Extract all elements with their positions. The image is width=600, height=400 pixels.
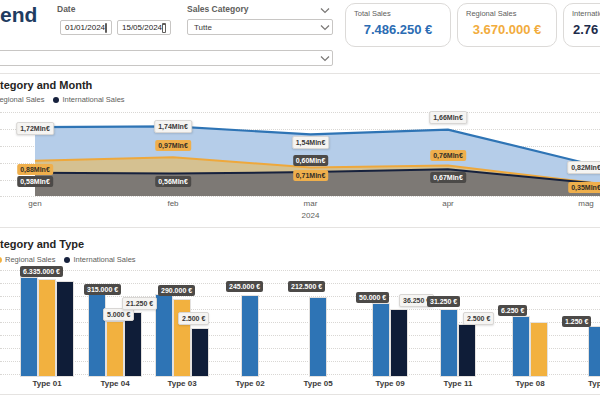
bar-international-sales[interactable] bbox=[459, 325, 475, 376]
kpi-label: Total Sales bbox=[346, 4, 450, 18]
legend-dot bbox=[53, 97, 59, 103]
area-series-label-international-sales: 0,60Mln€ bbox=[293, 155, 329, 166]
legend-item-international-sales[interactable]: International Sales bbox=[53, 95, 124, 104]
bar-total-sales[interactable] bbox=[89, 294, 105, 376]
area-series-label-total-sales: 1,74Mln€ bbox=[154, 120, 192, 133]
kpi-label: International Sales bbox=[564, 4, 600, 18]
gridline bbox=[0, 196, 600, 197]
bar-value-label: 6.250 € bbox=[498, 305, 527, 316]
bar-total-sales[interactable] bbox=[441, 310, 457, 376]
sales-category-dropdown[interactable]: Tutte bbox=[187, 19, 333, 35]
type-label: Type 02 bbox=[235, 379, 264, 388]
date-from-input[interactable]: 01/01/2024 bbox=[60, 20, 112, 35]
area-series-label-total-sales: 1,66Mln€ bbox=[429, 111, 467, 124]
bar-total-sales[interactable] bbox=[21, 278, 37, 376]
bar-total-sales[interactable] bbox=[589, 327, 600, 376]
month-label: mag bbox=[578, 199, 594, 208]
date-to-input[interactable]: 15/05/2024 bbox=[117, 20, 171, 35]
month-chart-title: tegory and Month bbox=[0, 79, 92, 91]
kpi-value: 2.76 bbox=[564, 22, 600, 37]
month-label: feb bbox=[167, 199, 178, 208]
area-series-label-regional-sales: 0,76Mln€ bbox=[430, 150, 466, 161]
bar-value-label: 50.000 € bbox=[356, 292, 389, 303]
type-label: Type 11 bbox=[444, 379, 473, 388]
divider bbox=[0, 394, 600, 395]
legend-dot bbox=[64, 257, 70, 263]
area-series-label-regional-sales: 0,71Mln€ bbox=[293, 170, 329, 181]
bar-international-sales[interactable] bbox=[192, 329, 208, 376]
bar-value-label: 315.000 € bbox=[84, 284, 121, 295]
bar-value-label: 290.000 € bbox=[158, 285, 195, 296]
type-label: Type bbox=[588, 379, 600, 388]
type-label: Type 04 bbox=[100, 379, 129, 388]
type-chart-title: tegory and Type bbox=[0, 238, 84, 250]
area-series-label-regional-sales: 0,97Mln€ bbox=[155, 140, 191, 151]
bar-total-sales[interactable] bbox=[373, 304, 389, 376]
bar-value-label: 1.250 € bbox=[562, 316, 591, 327]
type-label: Type 09 bbox=[375, 379, 404, 388]
date-filter-label: Date bbox=[57, 4, 75, 14]
type-label: Type 05 bbox=[303, 379, 332, 388]
bar-value-label: 2.500 € bbox=[178, 312, 209, 325]
date-to-value: 15/05/2024 bbox=[122, 23, 162, 32]
chevron-down-icon[interactable] bbox=[320, 7, 330, 14]
gridline bbox=[0, 270, 600, 271]
legend-label: International Sales bbox=[62, 95, 124, 104]
bar-total-sales[interactable] bbox=[310, 298, 326, 376]
divider bbox=[0, 227, 600, 228]
bar-international-sales[interactable] bbox=[125, 313, 141, 376]
bar-value-label: 31.250 € bbox=[427, 296, 460, 307]
bar-total-sales[interactable] bbox=[513, 317, 529, 376]
kpi-value: 7.486.250 € bbox=[346, 22, 450, 37]
area-series-label-regional-sales: 0,35Mln€ bbox=[568, 182, 600, 193]
type-label: Type 08 bbox=[515, 379, 544, 388]
month-label: apr bbox=[442, 199, 454, 208]
year-label: 2024 bbox=[302, 211, 320, 220]
bar-international-sales[interactable] bbox=[57, 282, 73, 376]
kpi-value: 3.670.000 € bbox=[458, 22, 556, 37]
bar-total-sales[interactable] bbox=[156, 295, 172, 376]
calendar-icon bbox=[105, 23, 107, 33]
area-series-label-international-sales: 0,56Mln€ bbox=[155, 176, 191, 187]
date-from-value: 01/01/2024 bbox=[65, 23, 105, 32]
legend-item-regional-sales[interactable]: Regional Sales bbox=[0, 255, 55, 264]
area-series-label-total-sales: 1,72Mln€ bbox=[16, 122, 54, 135]
page-title: end bbox=[0, 3, 37, 27]
divider bbox=[0, 73, 600, 74]
area-series-label-international-sales: 0,67Mln€ bbox=[430, 172, 466, 183]
type-label: Type 01 bbox=[32, 379, 61, 388]
type-label: Type 03 bbox=[167, 379, 196, 388]
bar-regional-sales[interactable] bbox=[107, 322, 123, 376]
bar-international-sales[interactable] bbox=[391, 310, 407, 376]
area-chart bbox=[0, 112, 600, 196]
kpi-label: Regional Sales bbox=[458, 4, 556, 18]
bar-value-label: 245.000 € bbox=[226, 281, 263, 292]
month-label: mar bbox=[304, 199, 318, 208]
month-label: gen bbox=[28, 199, 41, 208]
bar-value-label: 21.250 € bbox=[122, 297, 157, 310]
calendar-icon bbox=[162, 23, 166, 33]
area-series-label-total-sales: 0,82Mln€ bbox=[567, 161, 600, 174]
legend-dot bbox=[0, 257, 2, 263]
kpi-card-international-sales: International Sales2.76 bbox=[563, 3, 600, 47]
chevron-down-icon[interactable] bbox=[320, 24, 330, 31]
bar-value-label: 6.335.000 € bbox=[20, 266, 63, 277]
sales-category-filter-label: Sales Category bbox=[187, 4, 248, 14]
type-chart-legend: Regional SalesInternational Sales bbox=[0, 255, 145, 264]
bar-regional-sales[interactable] bbox=[39, 280, 55, 376]
secondary-filter-dropdown[interactable] bbox=[0, 50, 333, 66]
bar-value-label: 2.500 € bbox=[463, 312, 494, 325]
bar-regional-sales[interactable] bbox=[531, 323, 547, 376]
bar-total-sales[interactable] bbox=[242, 296, 258, 376]
bar-value-label: 212.500 € bbox=[288, 281, 325, 292]
sales-category-value: Tutte bbox=[194, 23, 212, 32]
kpi-card-regional-sales: Regional Sales3.670.000 € bbox=[457, 3, 557, 47]
kpi-card-total-sales: Total Sales7.486.250 € bbox=[345, 3, 451, 47]
month-chart-legend: Regional SalesInternational Sales bbox=[0, 95, 134, 104]
legend-item-international-sales[interactable]: International Sales bbox=[64, 255, 135, 264]
legend-item-regional-sales[interactable]: Regional Sales bbox=[0, 95, 44, 104]
area-series-label-regional-sales: 0,88Mln€ bbox=[17, 164, 53, 175]
chevron-down-icon[interactable] bbox=[320, 55, 330, 62]
legend-label: Regional Sales bbox=[0, 95, 44, 104]
legend-label: Regional Sales bbox=[5, 255, 55, 264]
